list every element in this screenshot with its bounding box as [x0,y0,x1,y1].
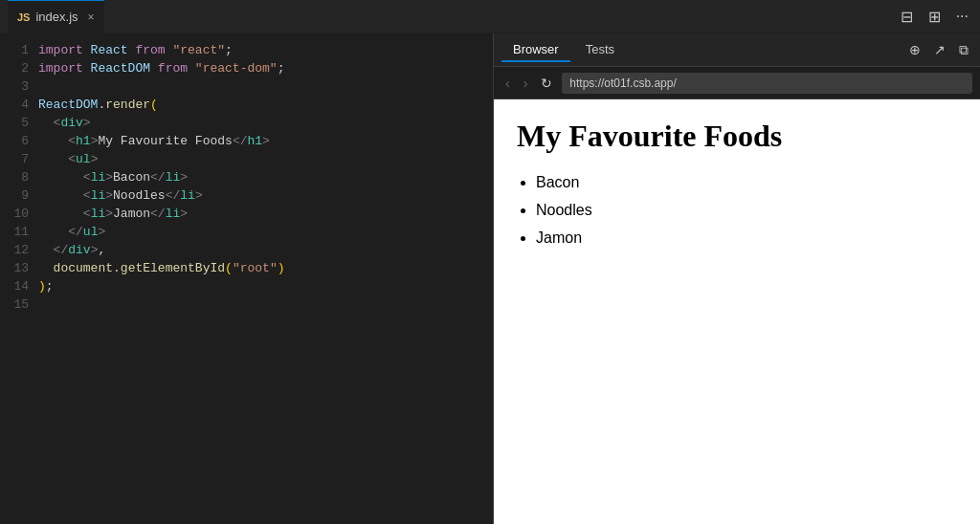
code-token: . [113,261,121,275]
more-options-icon[interactable]: ··· [952,6,972,28]
code-token: li [91,170,106,185]
code-line [38,77,483,96]
line-number: 6 [0,132,29,150]
refresh-button[interactable]: ↻ [537,74,556,93]
tab-browser[interactable]: Browser [501,38,570,62]
code-line: <div> [38,114,483,132]
code-token [38,261,54,275]
line-number: 10 [0,205,29,223]
code-line: </div>, [38,241,483,259]
code-token [38,188,83,203]
code-token: getElementById [121,261,225,275]
url-input[interactable] [562,73,972,94]
code-token: > [262,134,270,148]
code-token: ( [225,261,233,275]
code-token: </ [54,243,69,257]
line-number: 12 [0,241,29,259]
code-token: li [166,170,181,185]
js-file-icon: JS [17,11,30,23]
tab-bar-actions: ⊟ ⊞ ··· [897,6,972,28]
code-line: <li>Jamon</li> [38,205,483,223]
code-token: > [195,188,203,203]
code-token: </ [233,134,248,148]
code-token [38,225,68,239]
code-token: div [68,243,90,257]
code-token [38,170,83,185]
code-token: < [83,170,91,185]
code-token: h1 [248,134,263,148]
code-token: > [180,170,188,185]
code-token: Jamon [113,207,150,221]
code-token: Bacon [113,170,150,185]
code-token: "react" [172,43,225,57]
code-token: from [150,61,195,76]
browser-tab-bar: Browser Tests ⊕ ↗ ⧉ [494,33,980,67]
code-token: div [60,116,82,130]
line-numbers: 123456789101112131415 [0,41,38,314]
right-pane: Browser Tests ⊕ ↗ ⧉ ‹ › ↻ My Favourite F… [493,33,980,524]
line-number: 3 [0,77,29,96]
code-line: </ul> [38,223,483,241]
code-token: < [83,188,91,203]
code-token: > [105,207,113,221]
code-token: > [180,207,188,221]
code-token: "react-dom" [195,61,278,76]
code-line: import React from "react"; [38,41,483,59]
code-line: document.getElementById("root") [38,259,483,277]
code-token: > [105,188,113,203]
code-token: ; [46,279,54,294]
tab-close-button[interactable]: × [88,11,95,24]
code-token: > [83,116,91,130]
code-line: import ReactDOM from "react-dom"; [38,59,483,77]
line-number: 9 [0,186,29,205]
code-token [38,134,68,148]
code-token: </ [68,225,83,239]
code-token [38,243,54,257]
code-lines: import React from "react";import ReactDO… [38,41,493,314]
new-tab-icon[interactable]: ⊕ [905,40,924,60]
code-token: li [180,188,195,203]
split-vertical-icon[interactable]: ⊞ [924,6,945,28]
code-line: <ul> [38,150,483,168]
code-token: "root" [233,261,278,275]
line-number: 13 [0,259,29,277]
code-editor[interactable]: 123456789101112131415 import React from … [0,33,493,524]
code-token: ReactDOM [38,98,98,112]
external-link-icon[interactable]: ↗ [930,40,949,60]
code-token: from [128,43,173,57]
editor-tab-index-js[interactable]: JS index.js × [8,0,104,33]
back-button[interactable]: ‹ [501,74,514,93]
split-horizontal-icon[interactable]: ⊟ [897,6,917,28]
code-token: ( [150,98,158,112]
main-content: 123456789101112131415 import React from … [0,33,980,524]
code-token: React [91,43,128,57]
code-line: <li>Bacon</li> [38,168,483,186]
code-token: < [68,134,76,148]
line-number: 11 [0,223,29,241]
code-token: > [105,170,113,185]
code-token: h1 [76,134,91,148]
line-number: 8 [0,168,29,186]
code-token: li [91,188,106,203]
code-container: 123456789101112131415 import React from … [0,33,493,321]
code-line: ReactDOM.render( [38,96,483,114]
code-token: > [98,225,105,239]
code-token: ul [83,225,99,239]
preview-list: BaconNoodlesJamon [536,169,957,251]
code-token: document [54,261,113,275]
code-token [38,116,54,130]
code-token: li [91,207,106,221]
code-token [38,207,83,221]
code-token: </ [150,170,166,185]
code-token: import [38,43,91,57]
split-view-icon[interactable]: ⧉ [955,40,972,60]
tab-tests[interactable]: Tests [574,38,626,62]
code-token: , [98,243,105,257]
code-token: li [166,207,181,221]
code-line: ); [38,277,483,295]
code-line: <h1>My Favourite Foods</h1> [38,132,483,150]
list-item: Jamon [536,225,957,252]
code-token: import [38,61,91,76]
preview-title: My Favourite Foods [517,119,957,154]
forward-button[interactable]: › [520,74,532,93]
